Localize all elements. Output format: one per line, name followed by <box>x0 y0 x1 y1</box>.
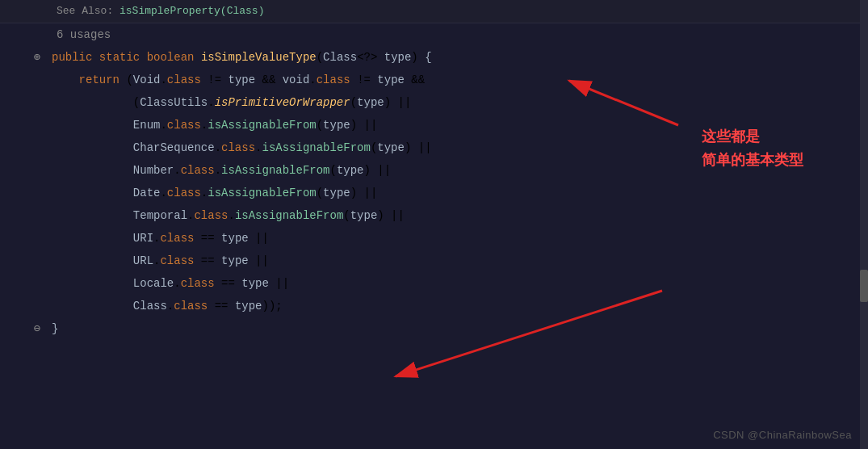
code-line-9: URI.class == type || <box>0 227 868 250</box>
code-content-3: (ClassUtils.isPrimitiveOrWrapper(type) |… <box>48 92 868 113</box>
code-line-5: CharSequence.class.isAssignableFrom(type… <box>0 136 868 159</box>
code-line-10: URL.class == type || <box>0 250 868 272</box>
gutter-13: ⊖ <box>0 321 48 335</box>
code-line-7: Date.class.isAssignableFrom(type) || <box>0 182 868 204</box>
see-also-label: See Also: <box>57 5 120 17</box>
code-content-10: URL.class == type || <box>48 250 868 271</box>
see-also-link[interactable]: isSimpleProperty(Class) <box>120 5 264 17</box>
code-line-6: Number.class.isAssignableFrom(type) || <box>0 159 868 182</box>
code-content-7: Date.class.isAssignableFrom(type) || <box>48 183 868 204</box>
code-line-8: Temporal.class.isAssignableFrom(type) || <box>0 204 868 227</box>
code-content-11: Locale.class == type || <box>48 273 868 294</box>
gutter-pin-13: ⊖ <box>34 321 40 335</box>
code-line-2: return (Void.class != type && void.class… <box>0 69 868 91</box>
code-line-4: Enum.class.isAssignableFrom(type) || <box>0 114 868 136</box>
code-area: ⊕ public static boolean isSimpleValueTyp… <box>0 46 868 340</box>
code-line-3: (ClassUtils.isPrimitiveOrWrapper(type) |… <box>0 91 868 114</box>
usages-bar: 6 usages <box>0 23 868 46</box>
code-content-12: Class.class == type)); <box>48 296 868 317</box>
usages-count: 6 usages <box>57 28 111 41</box>
code-line-13: ⊖ } <box>0 317 868 340</box>
code-line-11: Locale.class == type || <box>0 272 868 295</box>
gutter-pin-1: ⊕ <box>34 50 40 64</box>
code-line-12: Class.class == type)); <box>0 295 868 317</box>
gutter-1: ⊕ <box>0 50 48 64</box>
code-content-2: return (Void.class != type && void.class… <box>48 69 868 90</box>
code-content-1: public static boolean isSimpleValueType(… <box>48 47 868 68</box>
code-content-5: CharSequence.class.isAssignableFrom(type… <box>48 137 868 158</box>
code-content-9: URI.class == type || <box>48 228 868 249</box>
code-content-8: Temporal.class.isAssignableFrom(type) || <box>48 205 868 226</box>
code-content-13: } <box>48 318 868 339</box>
scrollbar-thumb[interactable] <box>860 270 868 302</box>
code-container: See Also: isSimpleProperty(Class) 6 usag… <box>0 0 868 449</box>
code-content-4: Enum.class.isAssignableFrom(type) || <box>48 115 868 136</box>
code-line-1: ⊕ public static boolean isSimpleValueTyp… <box>0 46 868 69</box>
code-content-6: Number.class.isAssignableFrom(type) || <box>48 160 868 181</box>
scrollbar[interactable] <box>860 0 868 449</box>
see-also-bar: See Also: isSimpleProperty(Class) <box>0 0 868 23</box>
watermark: CSDN @ChinaRainbowSea <box>713 429 852 441</box>
